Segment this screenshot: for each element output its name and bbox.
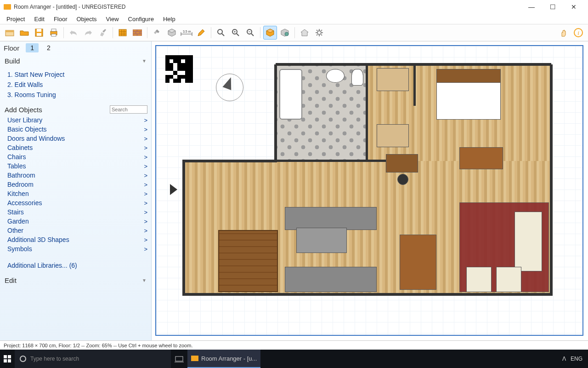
zoom-out-button[interactable] [243,26,257,40]
svg-rect-47 [8,355,11,358]
menu-objects[interactable]: Objects [73,15,101,23]
menu-project[interactable]: Project [3,15,28,23]
pan-3d-button[interactable] [278,26,292,40]
build-start-new[interactable]: 1. Start New Project [7,69,147,80]
undo-button[interactable] [67,26,80,40]
view-3d-button[interactable] [263,26,277,40]
svg-rect-20 [137,34,142,36]
save-button[interactable] [32,26,46,40]
svg-rect-18 [140,32,142,34]
kitchen-counter[interactable] [285,267,377,292]
redo-button[interactable] [81,26,95,40]
menu-help[interactable]: Help [159,15,179,23]
svg-rect-15 [137,29,142,31]
pencil-button[interactable] [194,26,208,40]
info-icon[interactable]: i [571,26,585,40]
menu-view[interactable]: View [102,15,123,23]
app-icon [191,356,198,361]
hand-icon[interactable] [557,26,571,40]
zoom-in-button[interactable] [229,26,243,40]
category-kitchen[interactable]: Kitchen> [7,189,147,198]
sink[interactable] [326,69,345,83]
statusbar: Project: 1168 × 700 cm, Floor: 1/2 -- Zo… [0,340,588,350]
svg-line-42 [317,34,317,35]
maximize-button[interactable]: ☐ [542,0,563,14]
desk[interactable] [459,147,503,169]
canvas-area[interactable] [152,41,588,340]
search-input[interactable] [110,105,147,114]
dining-table[interactable] [400,235,436,290]
measure-button[interactable]: 3.5 m [180,26,193,40]
menu-floor[interactable]: Floor [50,15,71,23]
category-doors-and-windows[interactable]: Doors and Windows> [7,134,147,143]
floor-label: Floor [4,44,19,52]
svg-line-40 [317,30,317,31]
home-3d-button[interactable] [298,26,311,40]
build-edit-walls[interactable]: 2. Edit Walls [7,80,147,90]
stairs[interactable] [218,230,278,292]
headboard[interactable] [436,69,501,83]
grid-button[interactable] [116,26,130,40]
wardrobe-2[interactable] [377,124,409,147]
chevron-down-icon: ▼ [142,278,147,283]
category-bathroom[interactable]: Bathroom> [7,171,147,180]
kitchen-island[interactable] [285,207,377,230]
svg-rect-16 [133,32,136,34]
svg-text:3.5 m: 3.5 m [183,30,191,33]
svg-rect-6 [51,29,56,31]
snap-button[interactable] [150,26,164,40]
new-project-button[interactable] [3,26,17,40]
print-button[interactable] [47,26,61,40]
category-other[interactable]: Other> [7,226,147,235]
svg-rect-7 [51,34,56,36]
window-title: Room Arranger - [untitled] - UNREGISTERE… [14,4,125,10]
menu-configure[interactable]: Configure [124,15,158,23]
bathtub[interactable] [279,69,302,120]
edit-header[interactable]: Edit ▼ [0,274,151,287]
zoom-button[interactable] [214,26,228,40]
category-user-library[interactable]: User Library> [7,115,147,125]
task-view-button[interactable] [171,350,187,368]
tray-chevron-icon[interactable]: ᐱ [562,356,566,362]
wardrobe-1[interactable] [377,68,409,91]
chair[interactable] [397,174,408,185]
close-button[interactable]: ✕ [563,0,584,14]
category-basic-objects[interactable]: Basic Objects> [7,125,147,134]
start-button[interactable] [0,350,15,368]
category-garden[interactable]: Garden> [7,217,147,226]
sofa[interactable] [514,212,542,271]
category-cabinets[interactable]: Cabinets> [7,143,147,152]
toilet[interactable] [351,69,363,86]
brush-button[interactable] [96,26,110,40]
armchair-1[interactable] [466,267,492,292]
minimize-button[interactable]: — [521,0,542,14]
category-accessories[interactable]: Accessories> [7,198,147,207]
category-stairs[interactable]: Stairs> [7,207,147,217]
kitchen-sink[interactable] [296,228,347,253]
build-rooms-tuning[interactable]: 3. Rooms Tuning [7,90,147,100]
category-chairs[interactable]: Chairs> [7,152,147,161]
category-symbols[interactable]: Symbols> [7,244,147,253]
settings-gear-button[interactable] [312,26,326,40]
floor-tab-2[interactable]: 2 [42,43,55,52]
category-additional-3d-shapes[interactable]: Additional 3D Shapes> [7,235,147,244]
svg-line-28 [237,34,239,36]
build-header[interactable]: Build ▼ [0,54,151,68]
category-bedroom[interactable]: Bedroom> [7,180,147,189]
cabinet[interactable] [386,154,418,172]
armchair-2[interactable] [496,267,521,292]
menu-edit[interactable]: Edit [30,15,48,23]
tray-lang[interactable]: ENG [571,356,582,362]
svg-point-50 [20,356,26,362]
object-3d-button[interactable] [165,26,179,40]
taskbar-search[interactable]: Type here to search [15,350,171,368]
walls-button[interactable] [130,26,144,40]
taskbar-app-room-arranger[interactable]: Room Arranger - [u... [187,350,260,368]
floor-plan-canvas[interactable] [155,45,583,336]
additional-libraries-link[interactable]: Additional Libraries... (6) [7,262,77,269]
open-button[interactable] [17,26,31,40]
floor-tab-1[interactable]: 1 [26,43,39,52]
svg-line-32 [251,34,254,36]
category-tables[interactable]: Tables> [7,161,147,171]
app-icon [4,4,11,10]
